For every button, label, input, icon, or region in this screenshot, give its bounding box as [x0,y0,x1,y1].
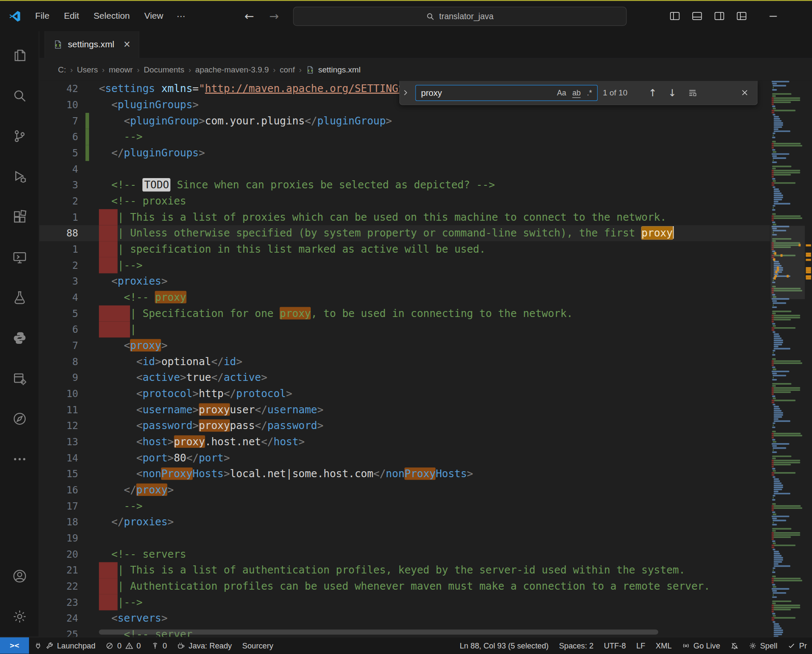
source-control-icon[interactable] [0,116,39,156]
testing-icon[interactable] [0,277,39,318]
minimize-button[interactable] [766,8,781,23]
code-line[interactable]: 1 | specification in this list marked as… [39,241,770,257]
status-sourcery[interactable]: Sourcery [237,637,278,654]
tab-close-icon[interactable]: × [121,39,132,50]
code-line[interactable]: 2 <!-- proxies [39,193,770,209]
status-problems[interactable]: 00 [101,637,146,654]
status-go-live[interactable]: Go Live [677,637,725,654]
code-line[interactable]: 5 </pluginGroups> [39,145,770,161]
code-line[interactable]: 7 <proxy> [39,337,770,354]
breadcrumb-item[interactable]: apache-maven-3.9.9 [194,64,270,75]
code-line[interactable]: 4 [39,161,770,177]
status-java-status[interactable]: Java: Ready [172,637,237,654]
extensions-icon[interactable] [0,197,39,237]
code-line[interactable]: 3 <!-- TODO Since when can proxies be se… [39,177,770,193]
status-launchpad[interactable]: Launchpad [29,637,101,654]
line-number: 23 [39,594,99,611]
code-line[interactable]: 23 |--> [39,594,770,611]
code-line[interactable]: 6 --> [39,129,770,145]
toggle-sidebar-icon[interactable] [667,8,682,23]
code-line[interactable]: 3 <proxies> [39,274,770,290]
find-close-icon[interactable] [737,88,752,98]
previous-match-icon[interactable]: ↑ [645,86,660,99]
menu-view[interactable]: View [138,8,170,23]
regex-toggle[interactable]: .* [585,87,594,98]
search-icon[interactable] [0,75,39,116]
status-language-mode[interactable]: XML [650,637,677,654]
menu-file[interactable]: File [29,8,56,23]
code-line[interactable]: 88 | Unless otherwise specified (by syst… [39,225,770,242]
account-icon[interactable] [0,556,39,596]
breadcrumb-item[interactable]: Documents [142,64,186,75]
code-line[interactable]: 19 [39,530,770,546]
settings-icon[interactable] [0,596,39,637]
code-line[interactable]: 8 <id>optional</id> [39,354,770,370]
code-line[interactable]: 14 <port>80</port> [39,450,770,466]
minimap-line [771,458,805,459]
code-line[interactable]: 20 <!-- servers [39,546,770,562]
code-line[interactable]: 7 <pluginGroup>com.your.plugins</pluginG… [39,113,770,129]
code-line[interactable]: 10 <protocol>http</protocol> [39,386,770,402]
status-prettier[interactable]: Pr [783,637,812,654]
code-line[interactable]: 4 <!-- proxy [39,289,770,305]
horizontal-scrollbar[interactable] [99,629,658,634]
code-line[interactable]: 2 |--> [39,257,770,274]
code-line[interactable]: 9 <active>true</active> [39,370,770,386]
more-icon[interactable] [0,439,39,479]
breadcrumb-item[interactable]: meowr [107,64,134,75]
nav-back-icon[interactable]: ← [244,1,254,31]
breadcrumb-item[interactable]: C: [56,64,67,75]
toggle-replace-icon[interactable] [402,89,410,96]
tab-settings-xml[interactable]: settings.xml × [44,31,139,58]
minimap-line [771,387,805,389]
status-spell-checker[interactable]: Spell [743,637,783,654]
code-line[interactable]: 24 <servers> [39,610,770,626]
toggle-panel-icon[interactable] [689,8,705,23]
code-line[interactable]: 17 --> [39,498,770,514]
nav-forward-icon[interactable]: → [269,1,279,31]
menu-edit[interactable]: Edit [57,8,86,23]
code-line[interactable]: 22 | Authentication profiles can be used… [39,578,770,594]
code-line[interactable]: 11 <username>proxyuser</username> [39,402,770,418]
status-encoding[interactable]: UTF-8 [599,637,631,654]
breadcrumb-item[interactable]: conf [278,64,297,75]
customize-layout-icon[interactable] [734,8,749,23]
minimap-slider[interactable] [771,226,805,300]
status-ports[interactable]: 0 [146,637,172,654]
toggle-secondary-sidebar-icon[interactable] [711,8,727,23]
minimap[interactable] [771,81,805,637]
code-line[interactable]: 5 | Specification for one proxy, to be u… [39,305,770,322]
remote-explorer-icon[interactable] [0,237,39,277]
status-do-not-disturb[interactable] [725,637,744,654]
code-line[interactable]: 21 | This is a list of authentication pr… [39,562,770,578]
breadcrumb-item[interactable]: Users [75,64,99,75]
breadcrumb-file[interactable]: settings.xml [304,65,361,74]
command-center-search[interactable]: translator_java [293,7,627,26]
minimap-line [771,464,805,466]
code-line[interactable]: 1 | This is a list of proxies which can … [39,209,770,225]
code-editor[interactable]: 42<settings xmlns="http://maven.apache.o… [39,81,812,637]
code-line[interactable]: 15 <nonProxyHosts>local.net|some.host.co… [39,466,770,482]
whole-word-toggle[interactable]: ab [570,87,583,98]
find-in-selection-icon[interactable] [685,87,700,98]
status-indentation[interactable]: Spaces: 2 [554,637,598,654]
minimap-line [771,356,805,358]
tools-box-icon[interactable] [0,358,39,399]
python-icon[interactable] [0,318,39,358]
menu-selection[interactable]: Selection [87,8,137,23]
next-match-icon[interactable]: ↓ [665,86,679,99]
code-line[interactable]: 6 | [39,322,770,338]
status-cursor-position[interactable]: Ln 88, Col 93 (5 selected) [454,637,554,654]
find-input[interactable]: proxy Aa ab .* [415,85,598,101]
code-line[interactable]: 12 <password>proxypass</password> [39,418,770,434]
match-case-toggle[interactable]: Aa [555,87,568,98]
code-line[interactable]: 13 <host>proxy.host.net</host> [39,434,770,450]
explorer-icon[interactable] [0,35,39,76]
status-eol[interactable]: LF [631,637,651,654]
code-line[interactable]: 16 </proxy> [39,482,770,498]
run-debug-icon[interactable] [0,156,39,197]
code-line[interactable]: 18 </proxies> [39,514,770,530]
compass-icon[interactable] [0,399,39,439]
menubar-more[interactable]: ⋯ [170,8,192,24]
remote-indicator[interactable]: >< [0,637,29,654]
